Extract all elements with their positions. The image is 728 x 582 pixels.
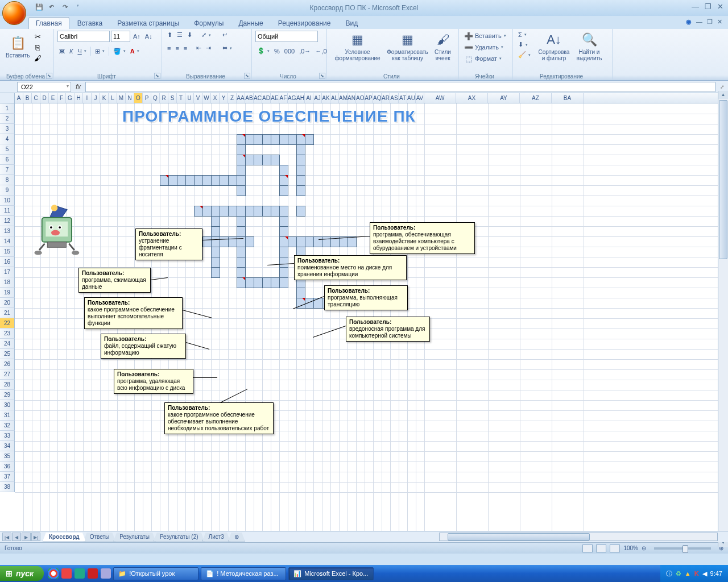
crossword-cell[interactable] bbox=[245, 236, 254, 247]
crossword-cell[interactable] bbox=[296, 288, 305, 298]
wordart-title[interactable]: ПРОГРАММНОЕ ОБЕСПЕЧЕНИЕ ПК bbox=[122, 107, 416, 126]
row-header[interactable]: 16 bbox=[0, 257, 15, 267]
ribbon-close-icon[interactable]: ✕ bbox=[717, 18, 722, 26]
column-header[interactable]: S bbox=[168, 93, 177, 103]
comment-callout[interactable]: Пользователь:устранение фрагментации с н… bbox=[135, 228, 202, 260]
crossword-cell[interactable] bbox=[279, 185, 288, 196]
crossword-cell[interactable] bbox=[237, 175, 246, 186]
column-header[interactable]: N bbox=[126, 93, 134, 103]
zoom-level[interactable]: 100% bbox=[623, 545, 638, 551]
system-tray[interactable]: ⓘ ♻ ▲ K ◀ 9:47 bbox=[660, 565, 728, 582]
grow-font-icon[interactable]: A↑ bbox=[131, 32, 142, 40]
delete-cells-button[interactable]: ➖Удалить▾ bbox=[462, 42, 505, 52]
alignment-launcher[interactable]: ⬊ bbox=[244, 73, 250, 79]
font-launcher[interactable]: ⬊ bbox=[154, 73, 160, 79]
column-header[interactable]: BA bbox=[552, 93, 584, 103]
sheet-tab[interactable]: Результаты bbox=[113, 533, 156, 542]
column-header[interactable]: U bbox=[185, 93, 194, 103]
crossword-cell[interactable] bbox=[279, 277, 288, 288]
column-header[interactable]: O bbox=[134, 93, 143, 103]
crossword-cell[interactable] bbox=[237, 165, 246, 176]
paste-button[interactable]: 📋 Вставить bbox=[3, 34, 32, 60]
row-header[interactable]: 28 bbox=[0, 380, 15, 390]
row-header[interactable]: 7 bbox=[0, 165, 15, 175]
shrink-font-icon[interactable]: A↓ bbox=[143, 32, 154, 40]
crossword-cell[interactable] bbox=[271, 134, 280, 145]
select-all-corner[interactable] bbox=[0, 93, 15, 103]
crossword-cell[interactable] bbox=[237, 206, 246, 217]
sheet-nav-prev-icon[interactable]: ◀ bbox=[12, 533, 21, 541]
crossword-cell[interactable] bbox=[296, 155, 305, 165]
format-painter-icon[interactable]: 🖌 bbox=[33, 53, 42, 63]
crossword-cell[interactable] bbox=[228, 175, 237, 186]
tray-icon[interactable]: ▲ bbox=[685, 570, 691, 577]
crossword-cell[interactable] bbox=[305, 134, 314, 145]
number-launcher[interactable]: ⬊ bbox=[319, 73, 325, 79]
column-header[interactable]: AV bbox=[416, 93, 424, 103]
zoom-out-button[interactable]: ⊖ bbox=[642, 545, 646, 551]
borders-button[interactable]: ⊞▾ bbox=[93, 47, 106, 56]
tray-icon[interactable]: ◀ bbox=[702, 570, 707, 577]
row-header[interactable]: 34 bbox=[0, 441, 15, 451]
app-icon-2[interactable] bbox=[88, 568, 98, 579]
office-button[interactable] bbox=[2, 1, 26, 25]
crossword-cell[interactable] bbox=[245, 134, 254, 145]
column-header[interactable]: AH bbox=[296, 93, 305, 103]
sheet-tab[interactable]: Результаты (2) bbox=[154, 533, 205, 542]
comment-callout[interactable]: Пользователь:программа, удаляющая всю ин… bbox=[114, 369, 193, 394]
tab-home[interactable]: Главная bbox=[28, 17, 69, 29]
tab-view[interactable]: Вид bbox=[338, 18, 365, 29]
crossword-cell[interactable] bbox=[237, 144, 246, 155]
crossword-cell[interactable] bbox=[220, 236, 229, 247]
row-header[interactable]: 31 bbox=[0, 410, 15, 421]
find-button[interactable]: 🔍 Найти и выделить bbox=[572, 31, 606, 72]
clock[interactable]: 9:47 bbox=[710, 570, 722, 577]
row-header[interactable]: 27 bbox=[0, 369, 15, 380]
format-cells-button[interactable]: ⬚Формат▾ bbox=[462, 53, 503, 64]
crossword-cell[interactable] bbox=[262, 134, 271, 145]
crossword-cell[interactable] bbox=[254, 134, 263, 145]
column-header[interactable]: AR bbox=[382, 93, 390, 103]
crossword-cell[interactable] bbox=[279, 226, 288, 237]
column-header[interactable]: M bbox=[117, 93, 126, 103]
row-header[interactable]: 24 bbox=[0, 339, 15, 349]
close-button[interactable]: ✕ bbox=[717, 2, 723, 11]
maximize-button[interactable]: ❐ bbox=[705, 2, 712, 11]
column-header[interactable]: E bbox=[49, 93, 57, 103]
help-icon[interactable]: ◉ bbox=[686, 18, 692, 26]
crossword-cell[interactable] bbox=[296, 175, 305, 186]
column-header[interactable]: AM bbox=[339, 93, 348, 103]
column-header[interactable]: H bbox=[75, 93, 83, 103]
tab-layout[interactable]: Разметка страницы bbox=[110, 18, 186, 29]
crossword-cell[interactable] bbox=[271, 277, 280, 288]
crossword-cell[interactable] bbox=[279, 206, 288, 217]
scrollbar-thumb[interactable] bbox=[719, 100, 727, 259]
row-header[interactable]: 36 bbox=[0, 462, 15, 472]
column-header[interactable]: AF bbox=[279, 93, 288, 103]
tab-data[interactable]: Данные bbox=[231, 18, 270, 29]
format-table-button[interactable]: ▦ Форматировать как таблицу bbox=[384, 31, 431, 72]
column-header[interactable]: AB bbox=[245, 93, 254, 103]
row-header[interactable]: 14 bbox=[0, 236, 15, 247]
orientation-icon[interactable]: ⤢▾ bbox=[200, 31, 213, 39]
row-header[interactable]: 19 bbox=[0, 288, 15, 298]
crossword-cell[interactable] bbox=[296, 206, 305, 217]
normal-view-button[interactable] bbox=[582, 544, 593, 552]
row-header[interactable]: 23 bbox=[0, 329, 15, 339]
crossword-cell[interactable] bbox=[279, 165, 288, 176]
column-header[interactable]: AI bbox=[305, 93, 313, 103]
name-box[interactable]: O22 bbox=[17, 82, 71, 92]
crossword-cell[interactable] bbox=[254, 277, 263, 288]
crossword-cell[interactable] bbox=[211, 267, 220, 278]
crossword-cell[interactable] bbox=[279, 257, 288, 268]
column-header[interactable]: L bbox=[109, 93, 117, 103]
computer-clipart[interactable] bbox=[28, 201, 82, 267]
column-header[interactable]: AU bbox=[407, 93, 416, 103]
row-header[interactable]: 8 bbox=[0, 175, 15, 185]
row-header[interactable]: 6 bbox=[0, 155, 15, 165]
row-header[interactable]: 21 bbox=[0, 308, 15, 318]
crossword-cell[interactable] bbox=[177, 175, 186, 186]
row-header[interactable]: 2 bbox=[0, 114, 15, 124]
column-header[interactable]: X bbox=[211, 93, 220, 103]
comment-callout[interactable]: Пользователь:какое программное обеспечен… bbox=[164, 402, 274, 434]
